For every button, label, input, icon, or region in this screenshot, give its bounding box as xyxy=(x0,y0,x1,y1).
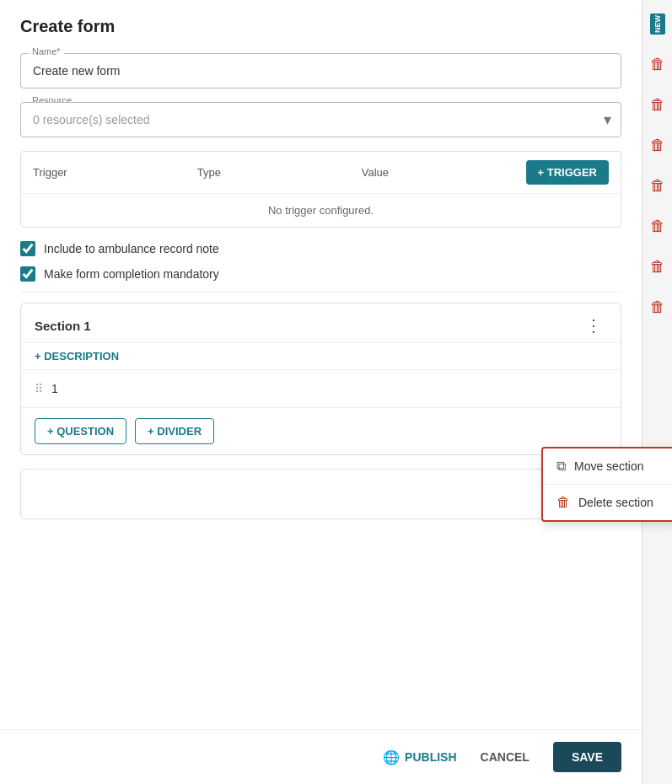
globe-icon: 🌐 xyxy=(383,749,400,765)
sidebar-delete-icon-7[interactable]: 🗑 xyxy=(645,290,670,324)
context-menu: ⧉ Move section 🗑 Delete section xyxy=(541,447,672,522)
add-question-button[interactable]: + QUESTION xyxy=(35,418,126,444)
trigger-empty-message: No trigger configured. xyxy=(21,194,621,227)
delete-icon-1: 🗑 xyxy=(650,56,665,73)
section-1-title: Section 1 xyxy=(35,319,91,333)
trigger-section: Trigger Type Value + TRIGGER No trigger … xyxy=(20,151,621,228)
sidebar-delete-icon-3[interactable]: 🗑 xyxy=(645,128,670,162)
delete-section-label: Delete section xyxy=(578,496,653,509)
move-section-label: Move section xyxy=(574,459,643,473)
sidebar-delete-icon-4[interactable]: 🗑 xyxy=(645,169,670,202)
resource-field-container: Resource 0 resource(s) selected ▾ xyxy=(20,102,621,137)
include-ambulance-label: Include to ambulance record note xyxy=(44,242,219,255)
sidebar-delete-icon-1[interactable]: 🗑 xyxy=(645,47,670,81)
new-badge: NEW xyxy=(650,13,665,35)
make-mandatory-label: Make form completion mandatory xyxy=(44,267,219,281)
delete-icon-4: 🗑 xyxy=(650,177,665,195)
resource-select[interactable]: 0 resource(s) selected xyxy=(20,102,621,137)
delete-icon-7: 🗑 xyxy=(650,298,665,316)
modal-title: Create form xyxy=(20,17,621,36)
add-trigger-button[interactable]: + TRIGGER xyxy=(526,160,609,185)
resource-select-wrapper: 0 resource(s) selected ▾ xyxy=(20,102,621,137)
delete-icon-6: 🗑 xyxy=(650,258,665,276)
trigger-col-value: Value xyxy=(362,166,526,179)
sidebar-strip: NEW 🗑 🗑 🗑 🗑 🗑 🗑 🗑 xyxy=(642,0,672,784)
question-number: 1 xyxy=(51,382,58,395)
sidebar-delete-icon-5[interactable]: 🗑 xyxy=(645,209,670,243)
modal-header: Create form xyxy=(0,0,642,46)
sidebar-delete-icon-6[interactable]: 🗑 xyxy=(645,250,670,283)
question-row-1: ⠿ 1 xyxy=(21,370,621,408)
section-1-card: Section 1 ⋮ + DESCRIPTION ⠿ 1 + QUESTION… xyxy=(20,303,621,455)
context-menu-delete[interactable]: 🗑 Delete section xyxy=(543,485,672,520)
make-mandatory-checkbox[interactable] xyxy=(20,266,35,282)
checkbox-row-2: Make form completion mandatory xyxy=(20,266,621,282)
section-2-card xyxy=(20,469,621,519)
description-link[interactable]: + DESCRIPTION xyxy=(21,343,621,370)
delete-section-icon: 🗑 xyxy=(556,495,570,510)
drag-handle-icon: ⠿ xyxy=(35,382,43,395)
divider-line xyxy=(20,292,621,293)
include-ambulance-checkbox[interactable] xyxy=(20,241,35,256)
publish-button[interactable]: 🌐 PUBLISH xyxy=(383,749,456,765)
sidebar-delete-icon-2[interactable]: 🗑 xyxy=(645,88,670,121)
trigger-col-type: Type xyxy=(197,166,362,179)
delete-icon-2: 🗑 xyxy=(650,96,665,114)
delete-icon-3: 🗑 xyxy=(650,137,665,154)
checkbox-row-1: Include to ambulance record note xyxy=(20,241,621,256)
section-1-footer: + QUESTION + DIVIDER xyxy=(21,408,621,454)
name-input[interactable] xyxy=(20,53,621,89)
modal-footer: 🌐 PUBLISH CANCEL SAVE xyxy=(0,729,642,784)
save-button[interactable]: SAVE xyxy=(553,742,621,772)
add-divider-button[interactable]: + DIVIDER xyxy=(135,418,214,444)
new-badge-container: NEW xyxy=(645,7,670,40)
name-field-label: Name* xyxy=(29,46,64,56)
modal-dialog: Create form Name* Resource 0 resource(s)… xyxy=(0,0,642,784)
trigger-col-trigger: Trigger xyxy=(33,166,197,179)
section-1-header: Section 1 ⋮ xyxy=(21,303,621,343)
name-field-container: Name* xyxy=(20,53,621,89)
delete-icon-5: 🗑 xyxy=(650,217,665,235)
cancel-button[interactable]: CANCEL xyxy=(467,744,543,771)
move-section-icon: ⧉ xyxy=(556,459,566,474)
context-menu-move[interactable]: ⧉ Move section xyxy=(543,448,672,485)
modal-overlay: Create form Name* Resource 0 resource(s)… xyxy=(0,0,672,784)
modal-body: Name* Resource 0 resource(s) selected ▾ … xyxy=(0,46,642,729)
section-menu-button[interactable]: ⋮ xyxy=(580,315,607,336)
trigger-header: Trigger Type Value + TRIGGER xyxy=(21,152,621,194)
